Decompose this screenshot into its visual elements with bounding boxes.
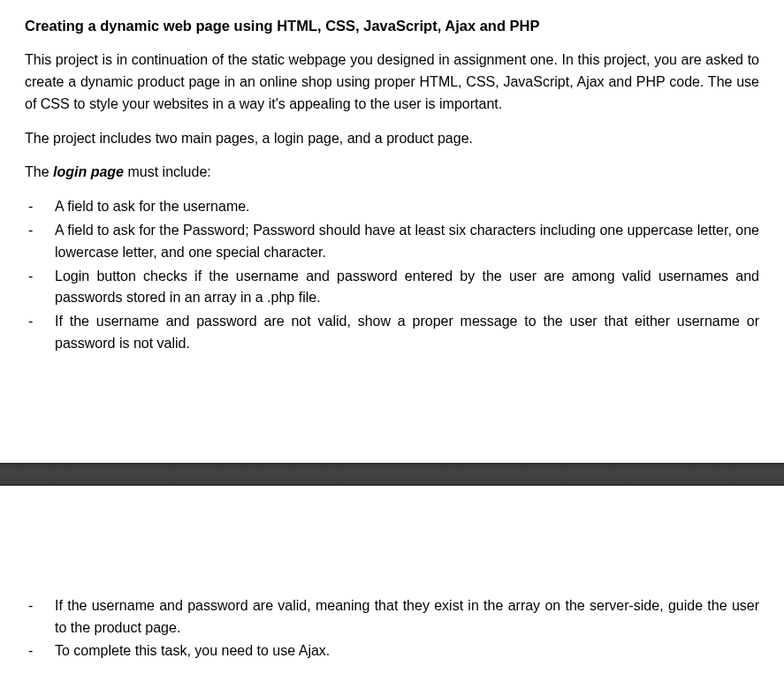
list-item: If the username and password are valid, … xyxy=(28,595,759,639)
login-bullets-bottom: If the username and password are valid, … xyxy=(28,595,759,662)
list-item: A field to ask for the Password; Passwor… xyxy=(28,220,759,264)
login-bullets-top: A field to ask for the username. A field… xyxy=(28,196,759,355)
page-bottom: If the username and password are valid, … xyxy=(0,595,784,662)
list-item: To complete this task, you need to use A… xyxy=(28,640,759,662)
pages-overview-paragraph: The project includes two main pages, a l… xyxy=(25,128,759,150)
document-title: Creating a dynamic web page using HTML, … xyxy=(25,16,759,35)
page-top: Creating a dynamic web page using HTML, … xyxy=(0,0,784,355)
list-item: Login button checks if the username and … xyxy=(28,266,759,310)
login-page-bold: login page xyxy=(53,164,124,179)
list-item: If the username and password are not val… xyxy=(28,311,759,355)
page-break-divider xyxy=(0,463,784,486)
login-page-suffix: must include: xyxy=(124,164,211,179)
login-page-prefix: The xyxy=(25,164,53,179)
page-gap-below xyxy=(0,486,784,592)
page-gap-top xyxy=(0,357,784,463)
intro-paragraph: This project is in continuation of the s… xyxy=(25,49,759,115)
list-item: A field to ask for the username. xyxy=(28,196,759,218)
login-page-intro: The login page must include: xyxy=(25,162,759,184)
